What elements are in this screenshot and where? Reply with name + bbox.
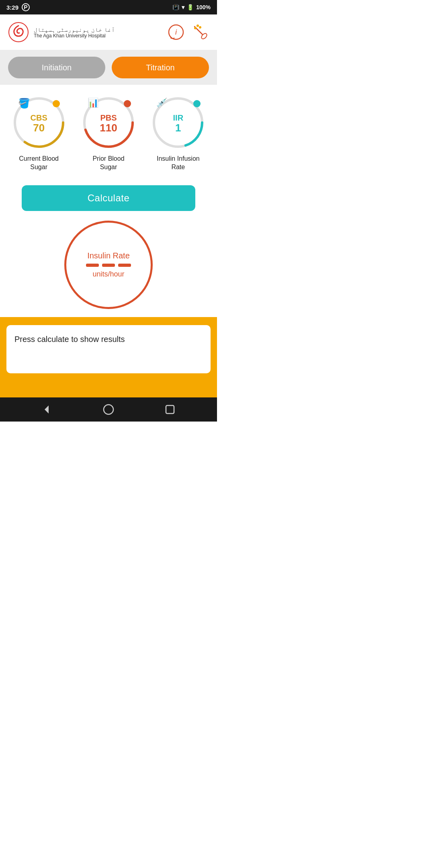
pbs-icon: 📊 — [88, 98, 98, 108]
vibrate-icon: 📳 — [172, 4, 179, 10]
iir-abbr: IIR — [173, 113, 184, 122]
svg-marker-14 — [45, 405, 49, 414]
info-message: Press calculate to show results — [14, 335, 125, 344]
result-circle: Insulin Rate units/hour — [64, 221, 153, 309]
iir-icon: 💉 — [156, 98, 167, 108]
cbs-circle[interactable]: 🪣 CBS 70 — [11, 94, 67, 151]
result-circle-wrap: Insulin Rate units/hour — [0, 221, 217, 309]
logo-english: The Aga Khan University Hospital — [34, 33, 115, 39]
status-time: 3:29 — [6, 4, 18, 11]
pbs-circle[interactable]: 📊 PBS 110 — [80, 94, 137, 151]
home-button[interactable] — [102, 403, 115, 416]
battery-level: 100% — [196, 4, 211, 10]
svg-text:i: i — [175, 28, 177, 36]
logo-area: آغا خان یونیورسٹی ہسپتال The Aga Khan Un… — [8, 22, 115, 43]
back-button[interactable] — [40, 403, 54, 416]
dash-1 — [86, 264, 99, 267]
svg-point-6 — [197, 25, 199, 27]
logo-text: آغا خان یونیورسٹی ہسپتال The Aga Khan Un… — [34, 26, 115, 39]
dash-3 — [118, 264, 131, 267]
svg-point-5 — [194, 27, 197, 29]
aga-khan-logo-icon — [8, 22, 29, 43]
header-icons: i — [167, 23, 209, 41]
pbs-abbr: PBS — [100, 113, 117, 122]
result-unit: units/hour — [92, 270, 124, 278]
iir-circle[interactable]: 💉 IIR 1 — [150, 94, 206, 151]
info-panel: Press calculate to show results — [0, 317, 217, 397]
brush-icon[interactable] — [191, 23, 209, 41]
tab-titration[interactable]: Titration — [112, 57, 209, 78]
cbs-abbr: CBS — [31, 113, 47, 122]
status-left: 3:29 P — [6, 3, 30, 11]
tab-initiation[interactable]: Initiation — [8, 57, 105, 78]
pbs-card: 📊 PBS 110 Prior BloodSugar — [77, 94, 139, 172]
info-box: Press calculate to show results — [6, 325, 211, 373]
iir-value: 1 — [173, 122, 184, 134]
cbs-center: CBS 70 — [31, 113, 47, 134]
pbs-value: 110 — [100, 122, 117, 134]
cards-row: 🪣 CBS 70 Current BloodSugar 📊 PBS 110 Pr… — [0, 85, 217, 176]
pbs-dot — [124, 100, 131, 107]
pbs-center: PBS 110 — [100, 113, 117, 134]
svg-point-7 — [199, 26, 201, 29]
pbs-label: Prior BloodSugar — [92, 155, 124, 172]
dash-2 — [102, 264, 115, 267]
cbs-dot — [53, 100, 60, 107]
info-icon[interactable]: i — [167, 23, 185, 41]
svg-rect-16 — [166, 405, 174, 414]
logo-urdu: آغا خان یونیورسٹی ہسپتال — [34, 26, 115, 33]
cbs-card: 🪣 CBS 70 Current BloodSugar — [8, 94, 70, 172]
svg-point-15 — [104, 405, 113, 414]
wifi-icon: ▾ — [182, 4, 184, 10]
nav-bar — [0, 397, 217, 422]
calculate-button[interactable]: Calculate — [22, 185, 195, 211]
cbs-value: 70 — [31, 122, 47, 134]
status-bar: 3:29 P 📳 ▾ 🔋 100% — [0, 0, 217, 14]
iir-label: Insulin InfusionRate — [157, 155, 200, 172]
parking-icon: P — [22, 3, 30, 11]
recents-button[interactable] — [163, 403, 177, 416]
iir-card: 💉 IIR 1 Insulin InfusionRate — [147, 94, 209, 172]
iir-center: IIR 1 — [173, 113, 184, 134]
cbs-label: Current BloodSugar — [19, 155, 59, 172]
tab-bar: Initiation Titration — [0, 50, 217, 85]
cbs-icon: 🪣 — [18, 98, 30, 109]
header: آغا خان یونیورسٹی ہسپتال The Aga Khan Un… — [0, 14, 217, 50]
result-label: Insulin Rate — [87, 251, 130, 260]
result-dashes — [86, 264, 131, 267]
status-right: 📳 ▾ 🔋 100% — [172, 4, 211, 10]
battery-icon: 🔋 — [187, 4, 194, 10]
